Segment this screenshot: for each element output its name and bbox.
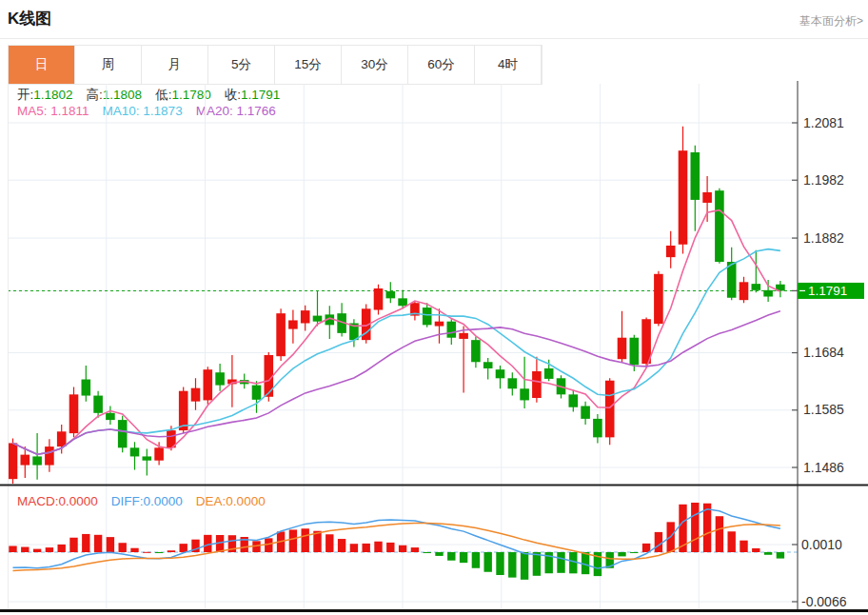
candle[interactable] [106, 407, 115, 425]
macd-bar[interactable] [363, 544, 370, 552]
macd-bar[interactable] [691, 503, 699, 552]
candle[interactable] [301, 306, 310, 331]
macd-bar[interactable] [350, 544, 358, 552]
candle[interactable] [618, 311, 627, 363]
candle[interactable] [386, 282, 396, 303]
macd-bar[interactable] [119, 543, 127, 552]
candle[interactable] [691, 146, 700, 231]
macd-bar[interactable] [728, 531, 736, 552]
macd-bar[interactable] [204, 535, 211, 552]
candle[interactable] [374, 285, 384, 315]
candle[interactable] [593, 414, 602, 443]
macd-bar[interactable] [630, 552, 638, 553]
macd-bar[interactable] [618, 552, 625, 556]
macd-bar[interactable] [777, 552, 784, 559]
macd-bar[interactable] [338, 539, 345, 552]
candle[interactable] [435, 308, 444, 344]
macd-bar[interactable] [82, 534, 89, 552]
candle[interactable] [410, 302, 420, 320]
candle[interactable] [763, 280, 773, 302]
macd-bar[interactable] [424, 552, 431, 553]
macd-bar[interactable] [496, 552, 503, 575]
macd-bar[interactable] [107, 537, 114, 552]
candle[interactable] [471, 337, 481, 368]
macd-bar[interactable] [399, 546, 406, 552]
candle[interactable] [520, 357, 529, 408]
candle[interactable] [143, 449, 152, 476]
macd-bar[interactable] [33, 549, 41, 552]
macd-bar[interactable] [484, 552, 492, 572]
macd-bar[interactable] [289, 529, 297, 552]
candle[interactable] [82, 366, 91, 402]
candle[interactable] [93, 391, 103, 418]
macd-bar[interactable] [460, 552, 467, 563]
candle[interactable] [727, 248, 737, 300]
macd-bar[interactable] [69, 538, 77, 552]
candle[interactable] [715, 188, 724, 264]
macd-bar[interactable] [655, 532, 662, 552]
macd-bar[interactable] [265, 538, 272, 552]
candle[interactable] [69, 387, 79, 437]
macd-bar[interactable] [411, 547, 419, 552]
current-price-tag: 1.1791 [798, 283, 864, 299]
candle[interactable] [459, 327, 468, 393]
macd-bar[interactable] [374, 542, 382, 552]
candle[interactable] [496, 366, 505, 388]
candle[interactable] [288, 310, 298, 344]
candle[interactable] [215, 364, 225, 391]
candle[interactable] [569, 389, 579, 411]
candle[interactable] [32, 433, 42, 480]
macd-bar[interactable] [143, 552, 150, 553]
candle[interactable] [227, 355, 237, 407]
candle[interactable] [605, 378, 615, 445]
macd-bar[interactable] [521, 552, 528, 580]
macd-bar[interactable] [533, 552, 541, 576]
macd-bar[interactable] [94, 535, 102, 552]
macd-bar[interactable] [9, 546, 16, 552]
candle[interactable] [204, 367, 213, 405]
macd-bar[interactable] [302, 528, 309, 552]
macd-bar[interactable] [168, 550, 175, 552]
macd-bar[interactable] [326, 534, 333, 552]
candle[interactable] [252, 381, 262, 412]
dea-line [13, 524, 780, 571]
macd-bar[interactable] [716, 516, 723, 552]
macd-bar[interactable] [180, 544, 187, 552]
candle[interactable] [581, 402, 590, 425]
ma5-line [13, 210, 780, 455]
candle[interactable] [654, 271, 663, 327]
candle[interactable] [313, 291, 323, 327]
candle[interactable] [679, 127, 688, 254]
candle[interactable] [349, 319, 359, 347]
macd-bar[interactable] [752, 548, 760, 552]
macd-bar[interactable] [472, 552, 480, 568]
candle[interactable] [508, 372, 518, 395]
candle[interactable] [532, 357, 542, 403]
candle[interactable] [666, 231, 676, 268]
candle[interactable] [276, 308, 286, 361]
macd-bar[interactable] [155, 552, 163, 553]
candle[interactable] [483, 358, 493, 380]
macd-bar[interactable] [435, 552, 443, 556]
candle[interactable] [21, 446, 30, 478]
candle[interactable] [740, 277, 749, 303]
candle[interactable] [130, 442, 140, 469]
macd-bar[interactable] [508, 552, 516, 578]
macd-bar[interactable] [21, 547, 29, 552]
macd-bar[interactable] [46, 547, 53, 552]
price-tick-label: 1.1684 [803, 345, 844, 360]
candle[interactable] [118, 416, 128, 452]
macd-bar[interactable] [764, 552, 772, 555]
candle[interactable] [776, 281, 785, 297]
macd-bar[interactable] [740, 541, 747, 552]
price-tick-label: 1.2081 [803, 115, 844, 130]
macd-bar[interactable] [557, 552, 564, 573]
macd-bar[interactable] [386, 543, 394, 552]
macd-bar[interactable] [130, 548, 138, 552]
candle[interactable] [326, 306, 335, 339]
macd-bar[interactable] [447, 552, 455, 561]
candle[interactable] [191, 378, 201, 409]
candle[interactable] [337, 303, 346, 336]
candle[interactable] [702, 176, 712, 222]
macd-bar[interactable] [58, 545, 66, 552]
